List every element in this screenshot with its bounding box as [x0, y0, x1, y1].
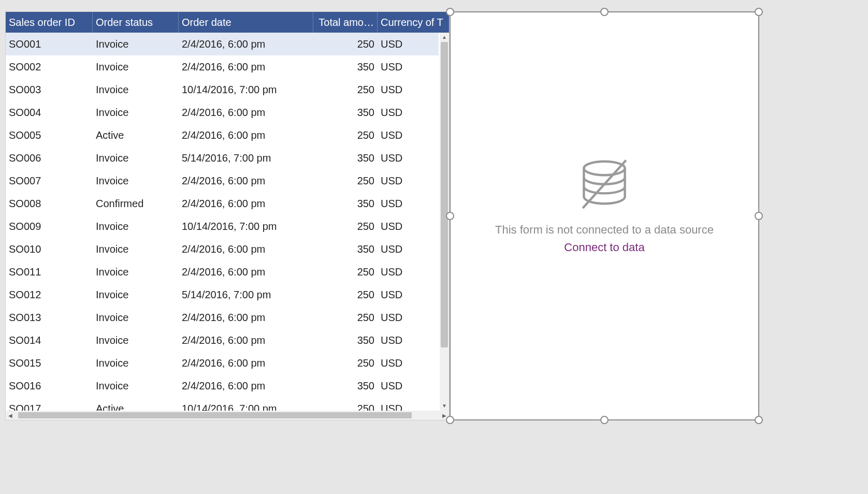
resize-handle-nw[interactable]: [446, 8, 454, 16]
horizontal-scrollbar[interactable]: ◀ ▶: [6, 411, 449, 420]
cell-total-amount: 350: [313, 198, 378, 210]
table-row[interactable]: SO001Invoice2/4/2016, 6:00 pm250USD: [6, 33, 439, 55]
cell-total-amount: 250: [313, 289, 378, 301]
cell-currency: USD: [378, 129, 439, 141]
cell-sales-order-id: SO001: [6, 38, 93, 50]
cell-total-amount: 350: [313, 243, 378, 255]
cell-sales-order-id: SO012: [6, 289, 93, 301]
cell-order-date: 2/4/2016, 6:00 pm: [179, 107, 313, 119]
resize-handle-e[interactable]: [755, 212, 763, 220]
column-header-order-date[interactable]: Order date: [179, 12, 313, 33]
scroll-down-arrow-icon[interactable]: ▼: [440, 401, 449, 411]
table-row[interactable]: SO015Invoice2/4/2016, 6:00 pm250USD: [6, 352, 439, 374]
cell-order-status: Invoice: [93, 357, 179, 369]
table-row[interactable]: SO011Invoice2/4/2016, 6:00 pm250USD: [6, 260, 439, 283]
cell-sales-order-id: SO016: [6, 380, 93, 392]
cell-order-date: 2/4/2016, 6:00 pm: [179, 335, 313, 346]
table-row[interactable]: SO002Invoice2/4/2016, 6:00 pm350USD: [6, 55, 439, 78]
table-row[interactable]: SO003Invoice10/14/2016, 7:00 pm250USD: [6, 78, 439, 101]
cell-order-status: Confirmed: [93, 198, 179, 210]
form-empty-message: This form is not connected to a data sou…: [495, 223, 714, 237]
cell-order-date: 10/14/2016, 7:00 pm: [179, 84, 313, 96]
cell-sales-order-id: SO014: [6, 335, 93, 346]
sales-order-grid[interactable]: Sales order ID Order status Order date T…: [5, 11, 450, 420]
cell-order-status: Invoice: [93, 221, 179, 233]
cell-order-status: Invoice: [93, 289, 179, 301]
cell-order-status: Invoice: [93, 152, 179, 164]
table-row[interactable]: SO006Invoice5/14/2016, 7:00 pm350USD: [6, 147, 439, 169]
cell-currency: USD: [378, 312, 439, 324]
cell-total-amount: 350: [313, 107, 378, 119]
form-empty-state: This form is not connected to a data sou…: [495, 157, 714, 254]
cell-currency: USD: [378, 243, 439, 255]
table-row[interactable]: SO004Invoice2/4/2016, 6:00 pm350USD: [6, 101, 439, 124]
cell-total-amount: 250: [313, 266, 378, 278]
cell-order-status: Active: [93, 129, 179, 141]
table-row[interactable]: SO012Invoice5/14/2016, 7:00 pm250USD: [6, 283, 439, 306]
form-control-selected[interactable]: This form is not connected to a data sou…: [450, 11, 759, 420]
table-row[interactable]: SO009Invoice10/14/2016, 7:00 pm250USD: [6, 215, 439, 238]
cell-order-status: Invoice: [93, 380, 179, 392]
cell-order-date: 5/14/2016, 7:00 pm: [179, 152, 313, 164]
column-header-total-amount[interactable]: Total amo…: [313, 12, 378, 33]
cell-currency: USD: [378, 38, 439, 50]
column-header-currency[interactable]: Currency of T: [378, 12, 449, 33]
vertical-scroll-thumb[interactable]: [441, 42, 448, 347]
connect-to-data-link[interactable]: Connect to data: [564, 241, 644, 254]
cell-order-status: Invoice: [93, 266, 179, 278]
cell-sales-order-id: SO006: [6, 152, 93, 164]
cell-order-status: Invoice: [93, 312, 179, 324]
cell-sales-order-id: SO015: [6, 357, 93, 369]
table-row[interactable]: SO016Invoice2/4/2016, 6:00 pm350USD: [6, 374, 439, 397]
cell-currency: USD: [378, 175, 439, 187]
cell-order-status: Invoice: [93, 335, 179, 346]
table-row[interactable]: SO005Active2/4/2016, 6:00 pm250USD: [6, 124, 439, 147]
cell-order-status: Invoice: [93, 84, 179, 96]
resize-handle-n[interactable]: [600, 8, 609, 16]
vertical-scrollbar[interactable]: ▲ ▼: [440, 33, 449, 411]
resize-handle-sw[interactable]: [446, 416, 454, 424]
scroll-left-arrow-icon[interactable]: ◀: [6, 413, 15, 418]
cell-order-status: Invoice: [93, 61, 179, 73]
cell-currency: USD: [378, 84, 439, 96]
column-header-order-status[interactable]: Order status: [93, 12, 179, 33]
cell-sales-order-id: SO011: [6, 266, 93, 278]
cell-order-date: 2/4/2016, 6:00 pm: [179, 61, 313, 73]
cell-order-date: 2/4/2016, 6:00 pm: [179, 266, 313, 278]
cell-order-date: 2/4/2016, 6:00 pm: [179, 38, 313, 50]
cell-order-status: Invoice: [93, 38, 179, 50]
cell-total-amount: 250: [313, 357, 378, 369]
cell-currency: USD: [378, 152, 439, 164]
horizontal-scroll-thumb[interactable]: [18, 412, 412, 418]
cell-total-amount: 250: [313, 129, 378, 141]
cell-order-date: 2/4/2016, 6:00 pm: [179, 198, 313, 210]
cell-total-amount: 250: [313, 221, 378, 233]
scroll-up-arrow-icon[interactable]: ▲: [440, 33, 449, 42]
cell-total-amount: 250: [313, 175, 378, 187]
cell-order-date: 2/4/2016, 6:00 pm: [179, 175, 313, 187]
resize-handle-s[interactable]: [600, 416, 609, 424]
cell-sales-order-id: SO009: [6, 221, 93, 233]
grid-body[interactable]: SO001Invoice2/4/2016, 6:00 pm250USDSO002…: [6, 33, 449, 420]
grid-header: Sales order ID Order status Order date T…: [6, 12, 449, 33]
table-row[interactable]: SO007Invoice2/4/2016, 6:00 pm250USD: [6, 169, 439, 192]
column-header-sales-order-id[interactable]: Sales order ID: [6, 12, 93, 33]
cell-sales-order-id: SO002: [6, 61, 93, 73]
cell-order-date: 2/4/2016, 6:00 pm: [179, 243, 313, 255]
table-row[interactable]: SO013Invoice2/4/2016, 6:00 pm250USD: [6, 306, 439, 329]
resize-handle-ne[interactable]: [755, 8, 763, 16]
cell-currency: USD: [378, 107, 439, 119]
cell-currency: USD: [378, 289, 439, 301]
table-row[interactable]: SO010Invoice2/4/2016, 6:00 pm350USD: [6, 238, 439, 260]
cell-order-date: 2/4/2016, 6:00 pm: [179, 380, 313, 392]
table-row[interactable]: SO008Confirmed2/4/2016, 6:00 pm350USD: [6, 192, 439, 215]
cell-currency: USD: [378, 357, 439, 369]
resize-handle-se[interactable]: [755, 416, 763, 424]
table-row[interactable]: SO014Invoice2/4/2016, 6:00 pm350USD: [6, 329, 439, 352]
cell-total-amount: 350: [313, 335, 378, 346]
cell-total-amount: 250: [313, 38, 378, 50]
cell-total-amount: 350: [313, 152, 378, 164]
cell-order-status: Invoice: [93, 175, 179, 187]
cell-sales-order-id: SO003: [6, 84, 93, 96]
resize-handle-w[interactable]: [446, 212, 454, 220]
